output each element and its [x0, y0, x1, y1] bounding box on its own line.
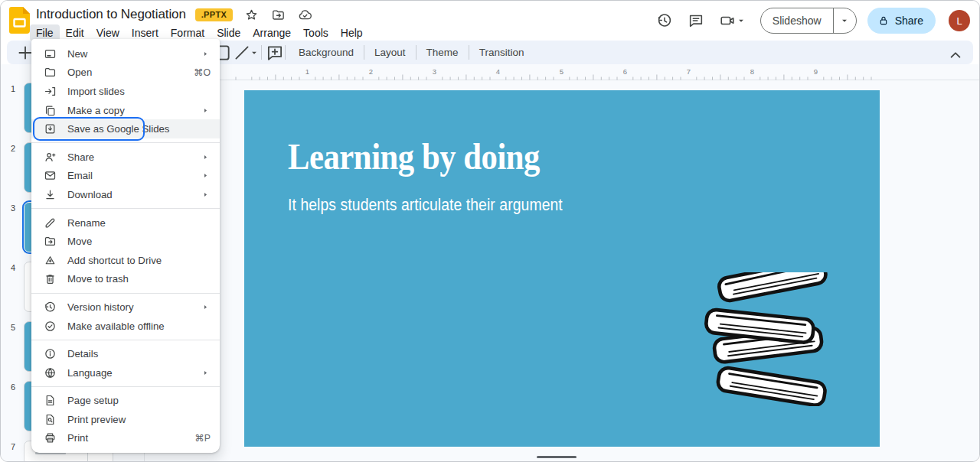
menu-item-save-as-google-slides[interactable]: Save as Google Slides	[31, 119, 220, 138]
videocam-icon[interactable]	[719, 12, 736, 29]
menu-item-print-preview[interactable]: Print preview	[31, 410, 220, 429]
import-slides-icon	[44, 85, 57, 98]
menu-item-version-history[interactable]: Version history	[31, 298, 220, 317]
menu-item-label: Rename	[67, 217, 211, 229]
menu-item-email[interactable]: Email	[31, 167, 220, 186]
menu-item-make-a-copy[interactable]: Make a copy	[31, 101, 220, 120]
add-comment-button[interactable]	[265, 43, 285, 63]
menu-item-add-shortcut-to-drive[interactable]: Add shortcut to Drive	[31, 251, 220, 270]
menu-item-details[interactable]: Details	[31, 344, 220, 363]
chevron-down-icon[interactable]	[736, 15, 746, 26]
menu-separator	[31, 293, 220, 294]
title-and-menus: Introduction to Negotiation .PPTX FileEd…	[36, 5, 369, 41]
menu-item-label: Download	[67, 189, 193, 200]
info-circle-icon	[44, 347, 57, 360]
slides-logo-icon[interactable]	[9, 7, 30, 34]
slide-number: 2	[7, 144, 19, 153]
slide-number: 3	[7, 203, 19, 213]
notes-resize-handle[interactable]	[537, 456, 577, 458]
share-button[interactable]: Share	[867, 8, 936, 34]
menu-item-new[interactable]: New	[31, 44, 220, 63]
menu-item-label: Language	[67, 367, 193, 379]
menu-separator	[31, 386, 220, 387]
move-folder-icon[interactable]	[271, 8, 286, 22]
download-arrow-icon	[44, 188, 57, 201]
menu-item-move[interactable]: Move	[31, 232, 220, 251]
svg-text:5: 5	[560, 67, 564, 76]
menu-item-label: Print preview	[67, 414, 211, 425]
submenu-arrow-icon	[201, 190, 211, 200]
submenu-arrow-icon	[201, 152, 211, 162]
menubar-item-arrange[interactable]: Arrange	[247, 24, 297, 41]
menu-item-label: Print	[67, 432, 188, 444]
slide-number: 6	[7, 382, 19, 392]
keyboard-shortcut: ⌘P	[195, 433, 211, 444]
menu-item-import-slides[interactable]: Import slides	[31, 82, 220, 101]
slide-number: 7	[7, 442, 19, 451]
theme-button[interactable]: Theme	[416, 43, 469, 62]
svg-text:4: 4	[496, 67, 500, 76]
slideshow-dropdown-button[interactable]	[833, 8, 856, 33]
menu-item-move-to-trash[interactable]: Move to trash	[31, 270, 220, 289]
line-options-chevron-icon[interactable]	[249, 47, 260, 58]
slide-title-text[interactable]: Learning by doing	[288, 135, 540, 178]
page-setup-doc-icon	[44, 394, 57, 407]
menu-item-label: Make available offline	[67, 320, 211, 332]
slide-subtitle-text[interactable]: It helps students articulate their argum…	[288, 196, 563, 215]
account-avatar[interactable]: L	[949, 10, 970, 31]
toolbar-divider	[285, 45, 286, 60]
file-type-badge: .PPTX	[195, 8, 233, 21]
toolbar-divider	[261, 45, 262, 60]
join-call-button[interactable]	[719, 12, 746, 29]
menu-item-label: Details	[67, 348, 211, 360]
app-window: Introduction to Negotiation .PPTX FileEd…	[0, 0, 980, 462]
drive-shortcut-add-icon	[44, 254, 57, 267]
cloud-saved-icon[interactable]	[298, 8, 312, 22]
menu-item-print[interactable]: Print⌘P	[31, 429, 220, 448]
slide-number: 1	[7, 84, 19, 93]
print-preview-doc-icon	[44, 413, 57, 426]
menu-item-label: New	[67, 48, 193, 60]
slide-canvas[interactable]: Learning by doing It helps students arti…	[244, 90, 880, 447]
comments-icon[interactable]	[688, 12, 704, 29]
menu-item-make-available-offline[interactable]: Make available offline	[31, 317, 220, 336]
slideshow-split-button: Slideshow	[760, 8, 857, 34]
menu-item-page-setup[interactable]: Page setup	[31, 392, 220, 411]
file-menu: NewOpen⌘OImport slidesMake a copySave as…	[31, 39, 220, 453]
menu-item-label: Page setup	[67, 395, 211, 406]
save-as-google-slides-icon	[44, 122, 57, 135]
share-person-add-icon	[44, 151, 57, 164]
slideshow-button[interactable]: Slideshow	[761, 8, 833, 33]
menu-separator	[31, 142, 220, 143]
rename-pencil-icon	[44, 216, 57, 229]
transition-button[interactable]: Transition	[469, 43, 534, 62]
lock-icon	[877, 15, 890, 27]
menu-item-share[interactable]: Share	[31, 148, 220, 167]
menu-item-label: Version history	[67, 301, 193, 313]
share-button-label: Share	[895, 15, 923, 27]
menubar-item-tools[interactable]: Tools	[297, 24, 335, 41]
menu-item-language[interactable]: Language	[31, 363, 220, 382]
svg-text:8: 8	[750, 67, 754, 76]
background-button[interactable]: Background	[289, 43, 364, 62]
submenu-arrow-icon	[201, 49, 211, 59]
menu-separator	[31, 208, 220, 209]
collapse-menus-button[interactable]	[946, 45, 965, 65]
layout-button[interactable]: Layout	[364, 43, 416, 62]
books-image[interactable]	[694, 272, 844, 406]
version-history-icon[interactable]	[656, 12, 673, 29]
menu-item-rename[interactable]: Rename	[31, 213, 220, 233]
svg-text:2: 2	[369, 67, 373, 76]
offline-check-circle-icon	[44, 320, 57, 333]
header: Introduction to Negotiation .PPTX FileEd…	[1, 1, 979, 41]
printer-icon	[44, 431, 57, 444]
menu-separator	[31, 340, 220, 340]
submenu-arrow-icon	[201, 171, 211, 181]
menu-item-label: Import slides	[67, 86, 211, 97]
star-icon[interactable]	[244, 8, 259, 22]
menu-item-download[interactable]: Download	[31, 185, 220, 204]
menubar-item-help[interactable]: Help	[335, 24, 369, 41]
menu-item-label: Move to trash	[67, 273, 211, 285]
menu-item-open[interactable]: Open⌘O	[31, 63, 220, 83]
document-title[interactable]: Introduction to Negotiation	[36, 7, 186, 22]
